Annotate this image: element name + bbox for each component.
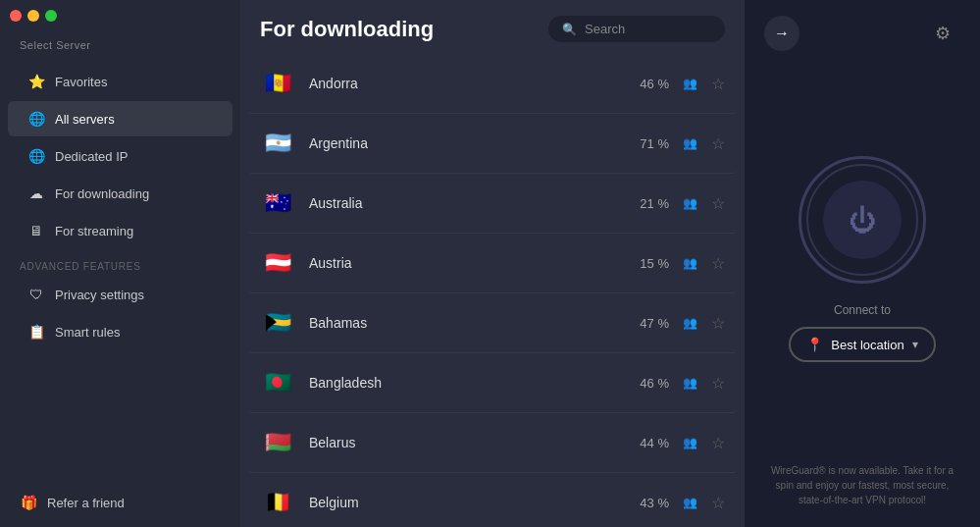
table-row[interactable]: 🇦🇺 Australia 21 % 👥 ☆ [248,174,737,234]
sidebar-item-privacy-settings[interactable]: 🛡 Privacy settings [8,277,232,312]
server-name: Argentina [309,135,640,151]
users-icon: 👥 [683,436,697,449]
settings-button[interactable]: ⚙ [925,16,960,51]
country-flag: 🇧🇾 [260,425,295,460]
search-input[interactable] [585,22,702,36]
power-circle: ⏻ [799,156,926,284]
sidebar-item-label: For streaming [55,224,133,238]
table-row[interactable]: 🇧🇸 Bahamas 47 % 👥 ☆ [248,293,737,353]
sidebar: Select Server ⭐ Favorites 🌐 All servers … [0,0,240,527]
server-load: 47 % [640,316,669,331]
country-flag: 🇦🇩 [260,66,295,101]
users-icon: 👥 [683,196,697,210]
location-icon: 📍 [806,337,823,352]
table-row[interactable]: 🇧🇪 Belgium 43 % 👥 ☆ [248,473,737,527]
search-icon: 🔍 [562,23,577,36]
power-icon: ⏻ [849,204,876,237]
sidebar-title: Select Server [0,39,240,63]
users-icon: 👥 [683,376,697,390]
users-icon: 👥 [683,256,697,270]
server-load: 15 % [640,256,669,271]
sidebar-bottom: 🎁 Refer a friend [0,478,240,527]
favorite-star[interactable]: ☆ [711,194,725,213]
sidebar-item-dedicated-ip[interactable]: 🌐 Dedicated IP [8,138,232,174]
users-icon: 👥 [683,77,697,90]
sidebar-item-label: Smart rules [55,325,120,340]
wireguard-notice: WireGuard® is now available. Take it for… [764,463,960,507]
server-load: 71 % [640,136,669,151]
favorite-star[interactable]: ☆ [711,314,725,333]
smart-rules-icon: 📋 [27,323,45,341]
right-panel: → ⚙ ⏻ Connect to 📍 Best location ▾ WireG… [745,0,980,527]
traffic-light-red[interactable] [10,10,22,22]
server-name: Belarus [309,435,640,450]
server-load: 46 % [640,77,669,91]
traffic-light-yellow[interactable] [27,10,39,22]
server-meta: 46 % 👥 ☆ [640,374,725,393]
shield-icon: 🛡 [27,286,45,303]
best-location-button[interactable]: 📍 Best location ▾ [789,327,935,362]
server-name: Belgium [309,495,640,510]
server-meta: 71 % 👥 ☆ [640,134,725,153]
server-meta: 21 % 👥 ☆ [640,194,725,213]
server-name: Bahamas [309,315,640,331]
country-flag: 🇦🇷 [260,126,295,161]
advanced-features-label: Advanced Features [0,249,240,276]
page-title: For downloading [260,17,434,42]
table-row[interactable]: 🇦🇩 Andorra 46 % 👥 ☆ [248,54,737,114]
favorite-star[interactable]: ☆ [711,374,725,393]
sidebar-item-label: All servers [55,112,115,127]
download-icon: ☁ [27,184,45,202]
server-load: 21 % [640,196,669,211]
server-meta: 46 % 👥 ☆ [640,75,725,93]
favorite-star[interactable]: ☆ [711,494,725,512]
traffic-light-green[interactable] [45,10,57,22]
favorite-star[interactable]: ☆ [711,75,725,93]
arrow-button[interactable]: → [764,16,799,51]
favorites-icon: ⭐ [27,73,45,90]
server-list: 🇦🇩 Andorra 46 % 👥 ☆ 🇦🇷 Argentina 71 % 👥 … [240,54,745,527]
server-load: 46 % [640,376,669,391]
server-name: Austria [309,255,640,271]
streaming-icon: 🖥 [27,222,45,239]
sidebar-item-all-servers[interactable]: 🌐 All servers [8,101,232,136]
table-row[interactable]: 🇧🇾 Belarus 44 % 👥 ☆ [248,413,737,473]
table-row[interactable]: 🇦🇹 Austria 15 % 👥 ☆ [248,234,737,293]
server-load: 44 % [640,436,669,450]
sidebar-item-smart-rules[interactable]: 📋 Smart rules [8,314,232,349]
sidebar-item-favorites[interactable]: ⭐ Favorites [8,64,232,99]
sidebar-item-label: Favorites [55,75,107,89]
sidebar-item-for-streaming[interactable]: 🖥 For streaming [8,213,232,248]
right-panel-top: → ⚙ [764,16,960,51]
table-row[interactable]: 🇧🇩 Bangladesh 46 % 👥 ☆ [248,353,737,413]
server-meta: 47 % 👥 ☆ [640,314,725,333]
sidebar-item-label: Privacy settings [55,288,144,302]
server-name: Bangladesh [309,375,640,391]
server-name: Australia [309,195,640,211]
best-location-label: Best location [831,338,903,352]
sidebar-item-label: For downloading [55,186,149,201]
server-meta: 15 % 👥 ☆ [640,254,725,273]
favorite-star[interactable]: ☆ [711,134,725,153]
server-meta: 43 % 👥 ☆ [640,494,725,512]
refer-a-friend-label: Refer a friend [47,496,125,510]
sidebar-item-label: Dedicated IP [55,149,128,164]
favorite-star[interactable]: ☆ [711,434,725,452]
server-load: 43 % [640,496,669,510]
power-button[interactable]: ⏻ [823,181,902,259]
refer-a-friend-item[interactable]: 🎁 Refer a friend [20,494,221,511]
country-flag: 🇧🇩 [260,365,295,400]
chevron-down-icon: ▾ [912,338,918,351]
country-flag: 🇦🇹 [260,245,295,281]
sidebar-item-for-downloading[interactable]: ☁ For downloading [8,176,232,211]
gear-icon: ⚙ [935,23,951,44]
favorite-star[interactable]: ☆ [711,254,725,273]
search-bar: 🔍 [548,16,725,42]
table-row[interactable]: 🇦🇷 Argentina 71 % 👥 ☆ [248,114,737,174]
main-header: For downloading 🔍 [240,0,745,54]
users-icon: 👥 [683,496,697,509]
globe-icon: 🌐 [27,110,45,128]
users-icon: 👥 [683,136,697,150]
gift-icon: 🎁 [20,494,37,511]
country-flag: 🇧🇪 [260,485,295,520]
